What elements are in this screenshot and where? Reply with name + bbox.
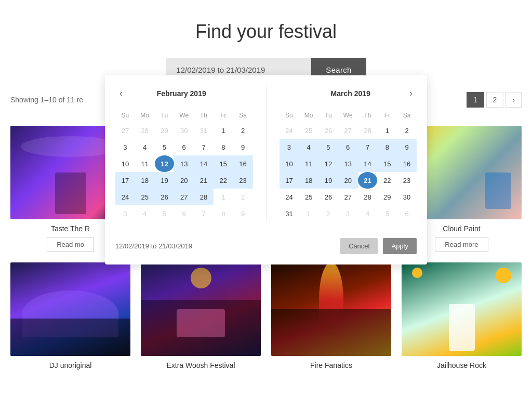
calendar-day[interactable]: 7 (194, 205, 214, 222)
calendar-day[interactable]: 10 (115, 155, 135, 172)
calendar-day[interactable]: 29 (377, 189, 397, 205)
calendar-day[interactable]: 4 (358, 205, 378, 222)
calendar-day[interactable]: 11 (135, 155, 155, 172)
calendar-day[interactable]: 28 (135, 122, 155, 139)
calendar-day[interactable]: 4 (135, 205, 155, 222)
day-header: Th (194, 109, 214, 122)
calendar-day[interactable]: 6 (397, 205, 417, 222)
calendar-day[interactable]: 4 (135, 139, 155, 155)
calendar-day[interactable]: 30 (174, 122, 194, 139)
calendar-day[interactable]: 13 (338, 155, 358, 172)
calendar-day[interactable]: 9 (233, 139, 253, 155)
calendar-day[interactable]: 16 (233, 155, 253, 172)
calendar-day[interactable]: 27 (338, 122, 358, 139)
calendar-day[interactable]: 15 (214, 155, 233, 172)
calendar-day[interactable]: 25 (299, 122, 318, 139)
calendar-day[interactable]: 20 (174, 172, 194, 189)
calendar-day[interactable]: 1 (377, 122, 397, 139)
calendar-day[interactable]: 14 (194, 155, 214, 172)
calendar-day[interactable]: 5 (155, 205, 175, 222)
calendar-day[interactable]: 24 (115, 189, 135, 205)
calendar-day[interactable]: 31 (280, 205, 299, 222)
calendar-day[interactable]: 5 (155, 139, 175, 155)
festival-name-woosh: Extra Woosh Festival (141, 361, 261, 369)
calendar-day[interactable]: 20 (338, 172, 358, 189)
calendar-day[interactable]: 19 (318, 172, 338, 189)
calendar-day[interactable]: 28 (358, 122, 378, 139)
calendar-day[interactable]: 26 (155, 189, 175, 205)
calendar-day[interactable]: 17 (280, 172, 299, 189)
calendar-day[interactable]: 22 (214, 172, 233, 189)
calendar-day[interactable]: 30 (397, 189, 417, 205)
calendar-day[interactable]: 12 (155, 155, 175, 172)
read-more-btn-1[interactable]: Read mo (47, 237, 94, 252)
calendar-day[interactable]: 6 (174, 205, 194, 222)
calendar-day[interactable]: 2 (233, 189, 253, 205)
read-more-btn-4[interactable]: Read more (435, 237, 488, 252)
calendar-day[interactable]: 7 (194, 139, 214, 155)
calendar-day[interactable]: 27 (338, 189, 358, 205)
calendar-day[interactable]: 23 (397, 172, 417, 189)
calendar-day[interactable]: 24 (280, 122, 299, 139)
festival-name-fire: Fire Fanatics (271, 361, 391, 369)
calendar-day[interactable]: 14 (358, 155, 378, 172)
calendar-day[interactable]: 3 (280, 139, 299, 155)
calendar-day[interactable]: 2 (318, 205, 338, 222)
calendar-day[interactable]: 29 (155, 122, 175, 139)
calendar-day[interactable]: 27 (115, 122, 135, 139)
calendar-day[interactable]: 26 (318, 122, 338, 139)
calendar-day[interactable]: 6 (174, 139, 194, 155)
calendar-day[interactable]: 8 (214, 205, 233, 222)
calendar-day[interactable]: 21 (194, 172, 214, 189)
calendar-day[interactable]: 3 (338, 205, 358, 222)
festival-card-fire[interactable]: Fire Fanatics (271, 262, 391, 374)
calendar-day[interactable]: 12 (318, 155, 338, 172)
calendar-day[interactable]: 6 (338, 139, 358, 155)
calendar-day[interactable]: 28 (358, 189, 378, 205)
calendar-day[interactable]: 3 (115, 205, 135, 222)
calendar-day[interactable]: 13 (174, 155, 194, 172)
calendar-day[interactable]: 3 (115, 139, 135, 155)
calendar-day[interactable]: 7 (358, 139, 378, 155)
prev-month-button[interactable]: ‹ (115, 86, 127, 101)
calendar-day[interactable]: 18 (135, 172, 155, 189)
calendar-day[interactable]: 5 (318, 139, 338, 155)
apply-button[interactable]: Apply (383, 238, 417, 254)
calendar-day[interactable]: 19 (155, 172, 175, 189)
calendar-day[interactable]: 17 (115, 172, 135, 189)
calendar-day[interactable]: 8 (377, 139, 397, 155)
calendar-day[interactable]: 11 (299, 155, 318, 172)
calendar-day[interactable]: 9 (233, 205, 253, 222)
calendar-day[interactable]: 2 (233, 122, 253, 139)
calendar-day[interactable]: 15 (377, 155, 397, 172)
calendar-day[interactable]: 1 (214, 189, 233, 205)
festival-card-woosh[interactable]: Extra Woosh Festival (141, 262, 261, 374)
calendar-day[interactable]: 31 (194, 122, 214, 139)
next-page-button[interactable]: › (506, 92, 522, 108)
calendar-day[interactable]: 9 (397, 139, 417, 155)
calendar-day[interactable]: 24 (280, 189, 299, 205)
calendar-day[interactable]: 25 (135, 189, 155, 205)
calendar-day[interactable]: 27 (174, 189, 194, 205)
calendar-day[interactable]: 1 (214, 122, 233, 139)
calendar-day[interactable]: 23 (233, 172, 253, 189)
calendar-day[interactable]: 18 (299, 172, 318, 189)
calendar-day[interactable]: 28 (194, 189, 214, 205)
calendar-day[interactable]: 8 (214, 139, 233, 155)
calendar-day[interactable]: 2 (397, 122, 417, 139)
page-2-button[interactable]: 2 (486, 92, 504, 108)
calendar-day[interactable]: 16 (397, 155, 417, 172)
calendar-day[interactable]: 26 (318, 189, 338, 205)
festival-card-jailhouse[interactable]: Jailhouse Rock (402, 262, 522, 374)
next-month-button[interactable]: › (405, 86, 417, 101)
calendar-day[interactable]: 22 (377, 172, 397, 189)
festival-card-dj[interactable]: DJ unoriginal (10, 262, 130, 374)
calendar-day[interactable]: 21 (358, 172, 378, 189)
calendar-day[interactable]: 4 (299, 139, 318, 155)
calendar-day[interactable]: 25 (299, 189, 318, 205)
calendar-day[interactable]: 10 (280, 155, 299, 172)
page-1-button[interactable]: 1 (467, 92, 484, 108)
cancel-button[interactable]: Cancel (340, 238, 378, 254)
calendar-day[interactable]: 5 (377, 205, 397, 222)
calendar-day[interactable]: 1 (299, 205, 318, 222)
